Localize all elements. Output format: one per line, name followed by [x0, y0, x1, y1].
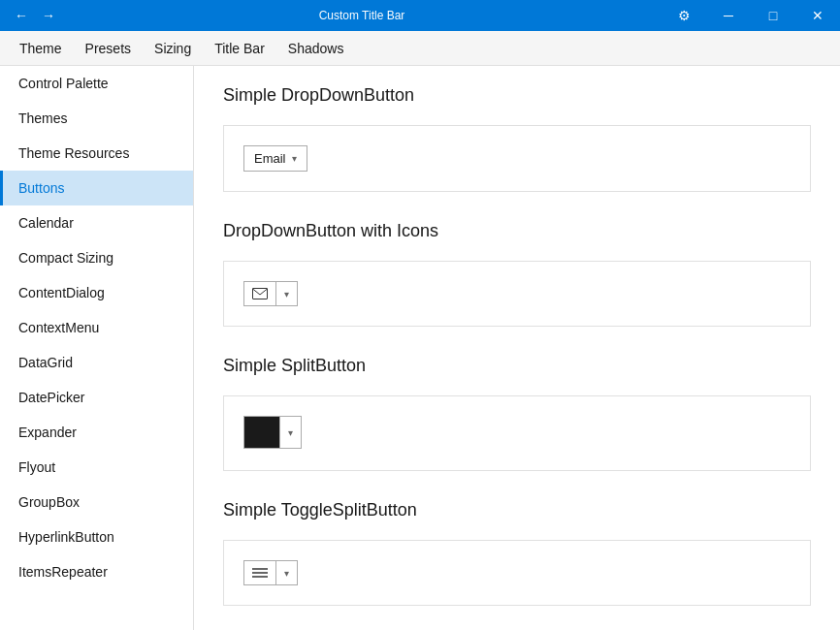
- section-title-split-button: Simple SplitButton: [223, 356, 811, 376]
- chevron-down-icon: ▾: [284, 568, 289, 579]
- sidebar-item-calendar[interactable]: Calendar: [0, 205, 193, 240]
- section-box-dropdown-icons: ▾: [223, 261, 811, 327]
- menu-shadows[interactable]: Shadows: [276, 35, 356, 62]
- sidebar-item-context-menu[interactable]: ContextMenu: [0, 310, 193, 345]
- menu-bar: Theme Presets Sizing Title Bar Shadows: [0, 31, 840, 66]
- sidebar-item-buttons[interactable]: Buttons: [0, 171, 193, 205]
- section-box-toggle-split: ▾: [223, 540, 811, 606]
- sidebar-item-themes[interactable]: Themes: [0, 101, 193, 136]
- menu-sizing[interactable]: Sizing: [143, 35, 203, 62]
- section-dropdown-icons: DropDownButton with Icons ▾: [223, 221, 811, 327]
- sidebar-item-expander[interactable]: Expander: [0, 415, 193, 450]
- section-title-simple-dropdown: Simple DropDownButton: [223, 85, 811, 106]
- section-box-simple-dropdown: Email ▾: [223, 125, 811, 192]
- content-area: Simple DropDownButton Email ▾ DropDownBu…: [194, 66, 840, 630]
- chevron-down-icon: ▾: [288, 427, 293, 438]
- close-button[interactable]: ✕: [795, 0, 840, 31]
- sidebar-item-theme-resources[interactable]: Theme Resources: [0, 136, 193, 171]
- menu-titlebar[interactable]: Title Bar: [203, 35, 276, 62]
- menu-theme[interactable]: Theme: [8, 35, 74, 62]
- envelope-button-main: [244, 282, 276, 305]
- maximize-button[interactable]: □: [751, 0, 795, 31]
- section-simple-dropdown: Simple DropDownButton Email ▾: [223, 85, 811, 192]
- title-bar: ← → Custom Title Bar ⚙ ─ □ ✕: [0, 0, 840, 31]
- sidebar-item-date-picker[interactable]: DatePicker: [0, 380, 193, 415]
- toggle-split-button-main[interactable]: [244, 561, 276, 584]
- section-split-button: Simple SplitButton ▾: [223, 356, 811, 471]
- toggle-split-button[interactable]: ▾: [243, 560, 298, 585]
- minimize-button[interactable]: ─: [706, 0, 751, 31]
- menu-presets[interactable]: Presets: [74, 35, 143, 62]
- settings-button[interactable]: ⚙: [662, 0, 706, 31]
- toggle-split-button-arrow[interactable]: ▾: [276, 562, 297, 584]
- envelope-dropdown-arrow[interactable]: ▾: [276, 283, 297, 305]
- sidebar-item-compact-sizing[interactable]: Compact Sizing: [0, 240, 193, 275]
- chevron-down-icon: ▾: [284, 289, 289, 299]
- chevron-down-icon: ▾: [292, 153, 297, 164]
- email-dropdown-button[interactable]: Email ▾: [243, 145, 307, 172]
- back-button[interactable]: ←: [8, 0, 35, 31]
- sidebar-item-hyperlink-button[interactable]: HyperlinkButton: [0, 520, 193, 554]
- sidebar-item-content-dialog[interactable]: ContentDialog: [0, 275, 193, 310]
- forward-button[interactable]: →: [35, 0, 62, 31]
- section-title-toggle-split: Simple ToggleSplitButton: [223, 500, 811, 520]
- sidebar: Control Palette Themes Theme Resources B…: [0, 66, 194, 630]
- main-area: Control Palette Themes Theme Resources B…: [0, 66, 840, 630]
- svg-rect-0: [253, 289, 268, 299]
- icon-dropdown-button[interactable]: ▾: [243, 281, 298, 306]
- envelope-icon: [252, 288, 268, 299]
- section-toggle-split-button: Simple ToggleSplitButton ▾: [223, 500, 811, 606]
- split-button-main[interactable]: [244, 417, 279, 448]
- split-button[interactable]: ▾: [243, 416, 302, 449]
- sidebar-item-control-palette[interactable]: Control Palette: [0, 66, 193, 101]
- list-icon: [252, 567, 268, 579]
- window-title: Custom Title Bar: [62, 9, 662, 22]
- email-dropdown-label: Email: [254, 151, 286, 166]
- section-title-dropdown-icons: DropDownButton with Icons: [223, 221, 811, 241]
- section-box-split-button: ▾: [223, 395, 811, 471]
- sidebar-item-data-grid[interactable]: DataGrid: [0, 345, 193, 380]
- sidebar-item-flyout[interactable]: Flyout: [0, 450, 193, 485]
- split-button-arrow[interactable]: ▾: [279, 417, 301, 448]
- sidebar-item-group-box[interactable]: GroupBox: [0, 485, 193, 520]
- sidebar-item-items-repeater[interactable]: ItemsRepeater: [0, 554, 193, 589]
